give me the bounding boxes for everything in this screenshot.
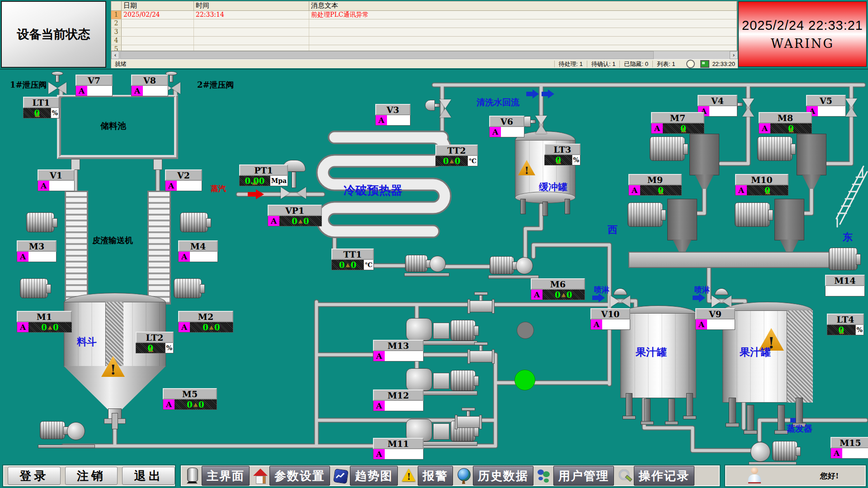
alarm-row[interactable]: 4 (111, 37, 737, 45)
scroll-right-arrow-icon[interactable]: › (730, 51, 738, 59)
inline-valve-2[interactable] (467, 342, 495, 364)
inline-valve-1[interactable] (467, 292, 495, 314)
globe-icon (457, 467, 471, 485)
pump-m15[interactable] (749, 439, 799, 465)
main-screen-button[interactable]: 主界面 (202, 466, 250, 486)
operation-log-button[interactable]: 操作记录 (634, 466, 694, 486)
pump-m6[interactable] (488, 254, 541, 280)
spray-valve-2[interactable] (710, 288, 733, 311)
tag-LT4[interactable]: LT4▲0% (827, 314, 864, 335)
alarm-header-rownum (111, 1, 122, 10)
hopper-discharge-pump[interactable] (38, 418, 97, 450)
spray-valve-1[interactable] (609, 288, 632, 311)
tag-V2[interactable]: V2A (165, 169, 202, 191)
alarm-row[interactable]: 2 (111, 19, 737, 28)
alarm-row[interactable]: 3 (111, 28, 737, 37)
valve-v1-body[interactable] (71, 159, 80, 170)
tag-M8[interactable]: M8A▲0 (759, 112, 812, 134)
trend-chart-button[interactable]: 趋势图 (350, 466, 398, 486)
tag-M1[interactable]: M1A0▲0 (17, 311, 72, 333)
tag-TT2[interactable]: TT20▲0℃ (435, 145, 478, 166)
tag-value-row: A (373, 401, 424, 411)
tag-M7[interactable]: M7A▲0 (651, 112, 704, 134)
user-management-button[interactable]: 用户管理 (553, 466, 614, 486)
motor-m4[interactable] (180, 212, 208, 232)
alarm-status-bar: 就绪 待处理: 1待确认: 1已隐藏: 0列表: 1 22:33:20 (111, 59, 738, 68)
tag-value-row: A (131, 86, 168, 96)
steam-arrow (248, 189, 264, 199)
tag-V9[interactable]: V9A (695, 308, 735, 330)
parameter-settings-button[interactable]: 参数设置 (269, 466, 330, 486)
tag-value-row: A0▲0 (268, 216, 322, 226)
hopper-outlet-flange-v (112, 413, 118, 429)
valve-v2-body[interactable] (153, 159, 162, 170)
tag-title: V2 (165, 169, 202, 181)
tag-M6[interactable]: M6A0▲0 (531, 278, 585, 300)
motor-m9[interactable] (627, 202, 663, 227)
alarm-table-hscrollbar[interactable]: ‹ › (111, 51, 738, 59)
alarm-banner[interactable]: 2025/2/24 22:33:21 WARING (738, 1, 867, 67)
bulb-icon[interactable] (686, 60, 695, 68)
logout-button[interactable]: 注销 (65, 467, 118, 485)
tag-value-row: A0▲0 (17, 322, 72, 333)
tag-V8[interactable]: V8A (131, 75, 168, 96)
exit-button[interactable]: 退出 (122, 467, 175, 485)
tag-LT2[interactable]: LT2▲0% (136, 332, 174, 353)
valve-v3[interactable] (425, 96, 451, 114)
stairs-icon (836, 166, 867, 227)
tag-M14[interactable]: M14 (825, 275, 865, 296)
motor-m14[interactable] (829, 248, 858, 270)
preheater-outlet-pump[interactable] (404, 253, 451, 277)
scrollbar-thumb[interactable] (120, 51, 654, 59)
inline-valve-3[interactable] (455, 408, 482, 429)
motor-m8[interactable] (757, 136, 793, 161)
tag-auto-flag: A (17, 322, 28, 332)
tag-title: V9 (695, 308, 735, 319)
relief-valve-1[interactable] (48, 71, 68, 93)
tag-V1[interactable]: V1A (38, 169, 75, 191)
tag-TT1[interactable]: TT10▲0℃ (331, 249, 374, 270)
tag-M13[interactable]: M13A (373, 340, 424, 361)
tag-M4[interactable]: M4A (178, 240, 218, 262)
user-greeting-group: 您好! (724, 465, 867, 487)
alarm-button[interactable]: 报警 (418, 466, 453, 486)
tag-M9[interactable]: M9A▲0 (628, 174, 682, 196)
motor-m3[interactable] (26, 212, 54, 232)
tag-PT1[interactable]: PT1▲0.00Mpa (239, 164, 288, 186)
valve-v6[interactable] (521, 112, 547, 130)
tag-V6[interactable]: V6A (489, 116, 524, 137)
motor-m1[interactable] (20, 278, 48, 298)
motor-m7[interactable] (650, 136, 685, 161)
tag-title: V4 (698, 95, 737, 106)
history-data-button[interactable]: 历史数据 (473, 466, 533, 486)
tag-V5[interactable]: V5A (806, 95, 846, 117)
tag-title: V10 (590, 308, 630, 319)
alarm-cell-date (122, 19, 194, 28)
tag-value: 0▲0 (28, 322, 71, 332)
tag-M2[interactable]: M2A0▲0 (178, 311, 233, 333)
tag-LT3[interactable]: LT3▲0% (544, 144, 580, 165)
tag-M5[interactable]: M5A0▲0 (163, 388, 217, 410)
scroll-left-arrow-icon[interactable]: ‹ (111, 51, 119, 59)
motor-m2[interactable] (174, 278, 202, 298)
tag-M10[interactable]: M10A▲0 (735, 174, 788, 196)
tag-V7[interactable]: V7A (75, 75, 113, 96)
tag-VP1[interactable]: VP1A0▲0 (268, 205, 322, 226)
tag-V3[interactable]: V3A (375, 104, 410, 126)
tag-M15[interactable]: M15A (830, 437, 868, 459)
alarm-row[interactable]: 12025/02/2422:33:14前处理PLC通讯异常 (111, 11, 737, 19)
tag-M11[interactable]: M11A (373, 438, 424, 460)
tag-LT1[interactable]: LT1▲0% (23, 97, 59, 118)
login-button[interactable]: 登录 (8, 467, 61, 485)
tag-M12[interactable]: M12A (373, 389, 424, 411)
wash-arrow-1 (526, 89, 539, 99)
tag-value-row: ▲0.00Mpa (239, 176, 288, 186)
motor-m10[interactable] (735, 202, 770, 227)
tag-value-row: A▲0 (759, 123, 812, 134)
tag-auto-flag: A (373, 351, 385, 361)
tag-value-row: A0▲0 (178, 322, 233, 333)
tag-M3[interactable]: M3A (17, 240, 57, 262)
tag-title: V1 (38, 169, 75, 181)
tag-V10[interactable]: V10A (590, 308, 630, 330)
tag-value-row: A (373, 449, 424, 460)
